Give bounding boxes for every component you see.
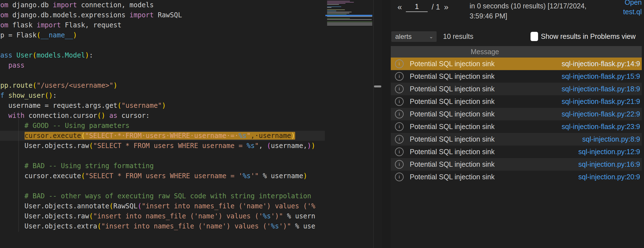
code-line[interactable]: pass (0, 60, 325, 70)
panel-splitter[interactable] (373, 0, 382, 248)
show-in-problems-checkbox[interactable] (531, 32, 538, 41)
result-location-link[interactable]: sql-injection-flask.py:14:9 (562, 60, 640, 68)
page-number-input[interactable] (406, 2, 428, 12)
code-line[interactable]: User.objects.raw("insert into names_file… (0, 211, 325, 221)
info-icon: i (395, 72, 404, 81)
info-icon: i (395, 85, 404, 93)
code-line[interactable]: app = Flask(__name__) (0, 30, 325, 40)
result-row[interactable]: iPotential SQL injection sinksql-injecti… (391, 158, 642, 171)
result-message: Potential SQL injection sink (410, 110, 494, 118)
code-line[interactable]: # BAD -- Using string formatting (0, 161, 325, 171)
code-line[interactable]: # BAD -- other ways of executing raw SQL… (0, 191, 325, 201)
result-message: Potential SQL injection sink (410, 85, 494, 93)
results-controls: alerts ⌄ 10 results Show results in Prob… (391, 31, 644, 42)
info-icon: i (395, 110, 404, 118)
info-icon: i (395, 122, 404, 131)
minimap-line (327, 7, 332, 8)
results-pager: « / 1 » (397, 1, 448, 13)
result-location-link[interactable]: sql-injection-flask.py:22:9 (562, 110, 640, 118)
code-line[interactable] (0, 40, 325, 50)
result-message: Potential SQL injection sink (410, 72, 494, 80)
code-line[interactable]: User.objects.annotate(RawSQL("insert int… (0, 201, 325, 211)
code-line[interactable]: @app.route("/users/<username>") (0, 80, 325, 90)
result-location-link[interactable]: sql-injection.py:8:9 (582, 135, 640, 143)
minimap-selected-line (325, 15, 372, 16)
info-icon: i (395, 147, 404, 156)
results-table: Message iPotential SQL injection sinksql… (391, 46, 642, 183)
minimap-line (327, 6, 341, 7)
result-row[interactable]: iPotential SQL injection sinksql-injecti… (391, 146, 642, 158)
code-editor[interactable]: from django.db import connection, models… (0, 0, 373, 248)
last-page-icon[interactable]: » (444, 3, 448, 12)
result-row[interactable]: iPotential SQL injection sinksql-injecti… (391, 171, 642, 183)
code-lines[interactable]: from django.db import connection, models… (0, 0, 325, 248)
minimap-line (327, 18, 350, 19)
result-location-link[interactable]: sql-injection.py:20:9 (578, 173, 640, 181)
minimap-line (327, 1, 350, 1)
result-message: Potential SQL injection sink (410, 97, 494, 106)
result-message: Potential SQL injection sink (410, 173, 494, 181)
minimap-line (327, 9, 345, 10)
result-message: Potential SQL injection sink (410, 160, 494, 168)
message-column-header[interactable]: Message (391, 46, 642, 58)
code-line[interactable]: from django.db import connection, models (0, 0, 325, 10)
result-location-link[interactable]: sql-injection-flask.py:23:9 (562, 123, 640, 131)
code-line[interactable]: # GOOD -- Using parameters (0, 121, 325, 131)
code-line[interactable]: def show_user(): (0, 90, 325, 101)
info-icon: i (395, 97, 404, 106)
query-file-link[interactable]: test.ql (623, 7, 642, 16)
result-message: Potential SQL injection sink (410, 60, 494, 68)
code-line[interactable]: from flask import Flask, request (0, 20, 325, 30)
minimap-line (327, 25, 372, 25)
result-location-link[interactable]: sql-injection-flask.py:18:9 (562, 85, 640, 93)
result-location-link[interactable]: sql-injection-flask.py:15:9 (562, 72, 640, 80)
code-line[interactable]: with connection.cursor() as cursor: (0, 111, 325, 121)
code-line[interactable]: username = request.args.get("username") (0, 101, 325, 111)
result-message: Potential SQL injection sink (410, 123, 494, 131)
code-line[interactable]: from django.db.models.expressions import… (0, 10, 325, 20)
minimap-line (327, 24, 372, 24)
result-kind-select[interactable]: alerts ⌄ (391, 31, 437, 42)
info-icon: i (395, 160, 404, 169)
result-location-link[interactable]: sql-injection.py:12:9 (578, 148, 640, 156)
chevron-down-icon: ⌄ (429, 34, 433, 40)
first-page-icon[interactable]: « (397, 3, 402, 12)
minimap-line (327, 11, 336, 11)
minimap-line (327, 23, 372, 23)
code-line[interactable]: class User(models.Model): (0, 50, 325, 60)
result-row[interactable]: iPotential SQL injection sinksql-injecti… (391, 108, 642, 120)
minimap-line (327, 4, 339, 5)
open-link[interactable]: Open (623, 0, 642, 7)
result-row[interactable]: iPotential SQL injection sinksql-injecti… (391, 133, 642, 146)
result-row[interactable]: iPotential SQL injection sinksql-injecti… (391, 58, 642, 70)
result-location-link[interactable]: sql-injection-flask.py:21:9 (562, 97, 640, 106)
minimap-line (327, 19, 372, 20)
minimap-line (327, 22, 372, 22)
minimap-line (327, 14, 347, 15)
results-rows: iPotential SQL injection sinksql-injecti… (391, 58, 642, 183)
info-icon: i (395, 135, 404, 144)
selected-result-highlight: cursor.execute("SELECT·*·FROM·users·WHER… (25, 132, 295, 140)
code-line[interactable]: User.objects.raw("SELECT * FROM users WH… (0, 141, 325, 151)
result-location-link[interactable]: sql-injection.py:16:9 (578, 160, 640, 168)
code-line[interactable]: User.objects.extra("insert into names_fi… (0, 221, 325, 231)
message-header-label: Message (471, 48, 499, 56)
splitter-drag-handle-icon[interactable] (374, 85, 381, 87)
minimap-line (327, 12, 352, 12)
code-line-selected[interactable]: cursor.execute("SELECT·*·FROM·users·WHER… (0, 131, 325, 141)
result-row[interactable]: iPotential SQL injection sinksql-injecti… (391, 83, 642, 95)
code-line[interactable] (0, 70, 325, 80)
code-line[interactable]: cursor.execute("SELECT * FROM users WHER… (0, 171, 325, 181)
code-line[interactable] (0, 181, 325, 191)
minimap[interactable] (325, 0, 373, 248)
splitter-gap (382, 0, 391, 248)
minimap-line (327, 13, 349, 13)
result-row[interactable]: iPotential SQL injection sinksql-injecti… (391, 70, 642, 83)
info-icon: i (395, 173, 404, 181)
minimap-line (327, 3, 345, 4)
code-line[interactable] (0, 151, 325, 161)
show-in-problems-label: Show results in Problems view (541, 32, 636, 40)
result-count-label: 10 results (443, 32, 473, 40)
result-row[interactable]: iPotential SQL injection sinksql-injecti… (391, 95, 642, 108)
result-row[interactable]: iPotential SQL injection sinksql-injecti… (391, 120, 642, 133)
